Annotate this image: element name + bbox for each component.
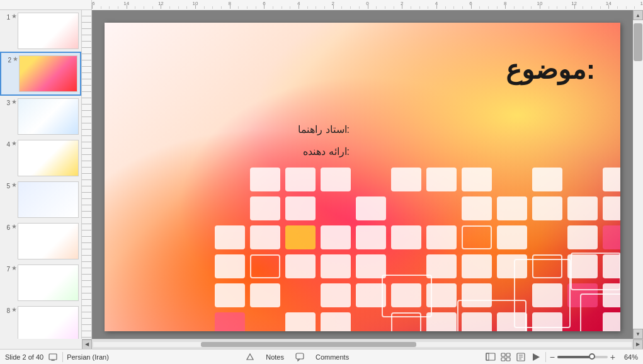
slide-canvas: :موضوع :استاد راهنما :ارائه دهنده [105, 23, 620, 331]
comments-label[interactable]: Comments [316, 353, 349, 361]
top-ruler: 1614121086420246810121416 [92, 0, 643, 10]
language-label: Persian (Iran) [67, 353, 109, 361]
slide-subtitle2[interactable]: :ارائه دهنده [303, 145, 350, 157]
slide-thumbnail-1 [18, 13, 79, 49]
slide-thumb-6[interactable]: 6 ★ [0, 220, 81, 262]
svg-rect-10 [506, 358, 510, 361]
scroll-track-vertical[interactable] [633, 20, 643, 329]
svg-marker-3 [247, 354, 253, 360]
slideshow-button[interactable] [530, 351, 542, 363]
thumb-content-7 [18, 265, 78, 300]
scroll-right-button[interactable]: ▶ [633, 339, 643, 350]
slide-thumbnail-3 [18, 98, 79, 135]
left-ruler [82, 10, 92, 339]
thumb-content-6 [18, 224, 78, 259]
slide-subtitle1[interactable]: :استاد راهنما [298, 123, 350, 135]
slide-star-7: ★ [11, 264, 18, 271]
reading-view-button[interactable] [515, 351, 526, 363]
slide-thumbnail-6 [18, 223, 79, 259]
slide-star-8: ★ [11, 306, 18, 313]
slide-number-4: 4 [1, 140, 10, 148]
notes-button[interactable] [244, 351, 256, 363]
content-area: :موضوع :استاد راهنما :ارائه دهنده ▲ ▼ [82, 10, 643, 339]
main-area: 1 ★ 2 ★ 3 ★ 4 ★ 5 ★ [0, 10, 643, 339]
slide-thumbnail-4 [18, 140, 79, 176]
slide-star-6: ★ [11, 223, 18, 230]
status-bar: Slide 2 of 40 Persian (Iran) Notes Comme… [0, 349, 643, 364]
slide-thumb-7[interactable]: 7 ★ [0, 262, 81, 304]
svg-rect-9 [501, 358, 505, 361]
thumb-content-3 [18, 99, 78, 134]
zoom-level[interactable]: 64% [619, 353, 638, 361]
comments-button[interactable] [294, 351, 305, 363]
zoom-track[interactable] [557, 356, 608, 358]
zoom-minus-button[interactable]: − [550, 352, 555, 362]
slide-thumbnail-5 [18, 181, 79, 218]
zoom-fill [557, 356, 590, 358]
normal-view-button[interactable] [485, 351, 496, 363]
slide-thumbnail-2 [19, 55, 77, 92]
reading-view-icon [516, 353, 526, 361]
slide-number-6: 6 [1, 223, 10, 231]
horizontal-scrollbar: ◀ ▶ [82, 339, 643, 349]
scroll-down-button[interactable]: ▼ [633, 329, 643, 339]
top-ruler-section: 1614121086420246810121416 [0, 0, 643, 10]
thumb-content-5 [18, 182, 78, 217]
slide-number-5: 5 [1, 181, 10, 190]
svg-marker-15 [533, 353, 540, 361]
scroll-up-button[interactable]: ▲ [633, 10, 643, 20]
slide-number-7: 7 [1, 264, 10, 273]
slide-thumb-1[interactable]: 1 ★ [0, 10, 81, 52]
slide-sorter-icon [501, 353, 511, 361]
thumb-content-4 [18, 140, 78, 176]
thumb-content-1 [18, 13, 78, 48]
svg-rect-5 [486, 353, 495, 360]
slide-number-8: 8 [1, 306, 10, 314]
comments-icon-svg [295, 353, 304, 361]
slide-thumb-4[interactable]: 4 ★ [0, 137, 81, 179]
zoom-thumb[interactable] [589, 353, 595, 360]
slide-star-1: ★ [11, 13, 18, 20]
zoom-slider: − + [550, 352, 615, 362]
slide-number-1: 1 [1, 13, 10, 21]
slide-number-3: 3 [1, 98, 10, 106]
slide-title[interactable]: :موضوع [506, 54, 595, 85]
notes-label[interactable]: Notes [266, 353, 284, 361]
notes-icon-svg [246, 353, 254, 361]
svg-rect-4 [296, 353, 304, 359]
left-ruler-marks [82, 10, 91, 339]
slide-star-3: ★ [11, 98, 18, 105]
thumb-content-2 [20, 56, 77, 91]
slide-info-icon[interactable] [47, 351, 59, 363]
svg-rect-7 [501, 353, 505, 356]
divider-2 [545, 352, 546, 362]
scroll-left-button[interactable]: ◀ [82, 339, 92, 350]
scroll-thumb-vertical[interactable] [634, 23, 642, 61]
slide-thumbnail-7 [18, 264, 79, 301]
slide-thumbnail-8 [18, 306, 79, 339]
slides-icon-svg [48, 353, 57, 361]
scroll-thumb-horizontal[interactable] [201, 342, 416, 347]
status-left: Slide 2 of 40 Persian (Iran) [5, 351, 109, 363]
slide-number-2: 2 [3, 55, 11, 64]
slide-star-4: ★ [11, 140, 18, 147]
right-scrollbar: ▲ ▼ [633, 10, 643, 339]
slide-thumb-5[interactable]: 5 ★ [0, 179, 81, 220]
thumb-content-8 [18, 307, 78, 339]
normal-view-icon [486, 353, 496, 361]
status-mid: Notes Comments [113, 351, 481, 363]
slide-sorter-button[interactable] [500, 351, 511, 363]
svg-rect-8 [506, 353, 510, 356]
svg-rect-0 [49, 354, 57, 360]
slide-text-area: :موضوع :استاد راهنما :ارائه دهنده [105, 23, 620, 331]
ruler-corner [0, 0, 92, 10]
slide-thumb-3[interactable]: 3 ★ [0, 96, 81, 137]
slide-thumb-2[interactable]: 2 ★ [0, 52, 81, 96]
slide-star-2: ★ [13, 55, 19, 62]
slide-thumb-8[interactable]: 8 ★ [0, 304, 81, 339]
canvas-wrapper[interactable]: :موضوع :استاد راهنما :ارائه دهنده [92, 10, 633, 339]
slide-star-5: ★ [11, 181, 18, 188]
zoom-plus-button[interactable]: + [610, 352, 615, 362]
slideshow-icon [532, 353, 540, 361]
scroll-track-horizontal[interactable] [93, 342, 632, 347]
